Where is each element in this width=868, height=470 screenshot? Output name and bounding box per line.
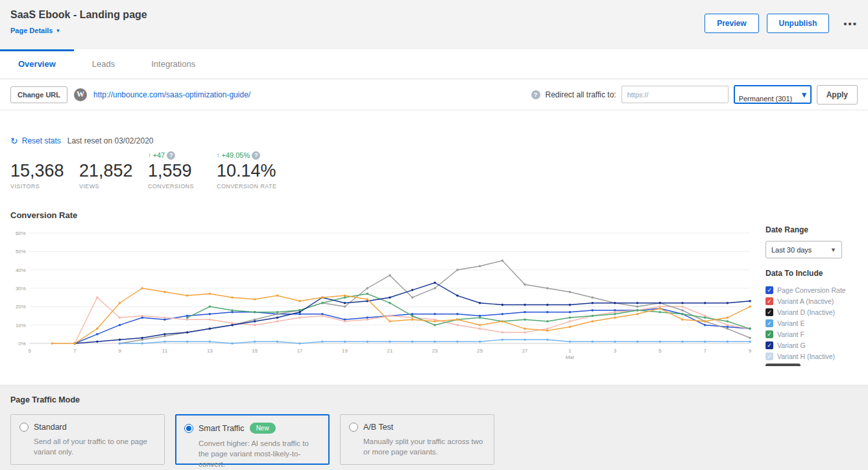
- traffic-mode-card-smart-traffic[interactable]: Smart TrafficNewConvert higher: AI sends…: [175, 414, 330, 465]
- legend-checkbox[interactable]: ✓: [766, 286, 773, 294]
- legend-item-partial[interactable]: [766, 362, 858, 366]
- stat-views: 21,852VIEWS: [79, 149, 148, 190]
- date-range-select[interactable]: Last 30 days ▼: [766, 241, 842, 258]
- svg-text:27: 27: [522, 348, 528, 354]
- radio-standard[interactable]: [19, 423, 29, 432]
- legend-checkbox[interactable]: ✓: [766, 319, 773, 327]
- stat-value: 1,559: [148, 161, 210, 181]
- svg-text:9: 9: [118, 348, 121, 354]
- stat-conversion-rate: ↑+49.05%?10.14%CONVERSION RATE: [217, 149, 285, 190]
- legend-label: Variant D (Inactive): [777, 308, 835, 316]
- svg-text:5: 5: [658, 348, 662, 354]
- help-icon[interactable]: ?: [252, 151, 260, 160]
- legend-label: Variant E: [777, 319, 804, 327]
- tab-leads[interactable]: Leads: [74, 49, 133, 79]
- legend-item-variant-g[interactable]: ✓Variant G: [766, 340, 858, 351]
- legend-checkbox[interactable]: ✓: [766, 308, 773, 316]
- svg-text:40%: 40%: [16, 267, 26, 273]
- chart-title: Conversion Rate: [10, 210, 858, 220]
- stat-visitors: 15,368VISITORS: [10, 149, 79, 190]
- radio-smart-traffic[interactable]: [184, 424, 193, 433]
- date-range-label: Date Range: [766, 225, 858, 234]
- up-arrow-icon: ↑: [148, 152, 151, 158]
- legend-checkbox[interactable]: ✓: [766, 297, 773, 305]
- stat-value: 15,368: [10, 161, 73, 181]
- legend-checkbox[interactable]: [766, 364, 801, 367]
- svg-text:20%: 20%: [16, 304, 26, 310]
- date-range-value: Last 30 days: [771, 246, 812, 254]
- svg-text:5: 5: [29, 348, 32, 354]
- legend-checkbox[interactable]: ✓: [766, 352, 773, 360]
- legend-checkbox[interactable]: ✓: [766, 330, 773, 338]
- page-details-dropdown[interactable]: Page Details ▼: [10, 27, 60, 34]
- traffic-mode-card-standard[interactable]: StandardSend all of your traffic to one …: [10, 414, 165, 465]
- tab-overview[interactable]: Overview: [0, 49, 74, 79]
- more-options-icon[interactable]: •••: [843, 18, 858, 29]
- page-header: SaaS Ebook - Landing page Page Details ▼…: [0, 0, 868, 49]
- stat-delta: [79, 149, 141, 161]
- svg-text:13: 13: [207, 348, 213, 354]
- svg-text:1: 1: [568, 348, 572, 354]
- help-icon[interactable]: ?: [531, 90, 540, 99]
- legend-item-variant-e[interactable]: ✓Variant E: [766, 317, 858, 328]
- svg-text:11: 11: [162, 348, 168, 354]
- svg-text:7: 7: [73, 348, 77, 354]
- stat-delta: [10, 149, 73, 161]
- legend-item-variant-h-inactive[interactable]: ✓Variant H (Inactive): [766, 351, 858, 362]
- svg-text:Mar: Mar: [566, 354, 575, 360]
- up-arrow-icon: ↑: [217, 152, 220, 158]
- last-reset-text: Last reset on 03/02/2020: [67, 136, 154, 145]
- redirect-controls: ? Redirect all traffic to: Permanent (30…: [531, 85, 858, 105]
- svg-text:15: 15: [252, 348, 258, 354]
- stat-label: VIEWS: [79, 183, 141, 190]
- reset-stats-link[interactable]: Reset stats: [22, 136, 61, 145]
- tab-integrations[interactable]: Integrations: [133, 49, 213, 79]
- apply-button[interactable]: Apply: [817, 85, 858, 105]
- redirect-url-input[interactable]: [621, 86, 729, 103]
- traffic-mode-description: Manually split your traffic across two o…: [363, 436, 485, 457]
- wordpress-icon: W: [74, 88, 87, 101]
- stat-label: CONVERSION RATE: [217, 183, 279, 190]
- svg-text:0%: 0%: [18, 341, 25, 347]
- svg-text:60%: 60%: [16, 230, 26, 236]
- svg-text:17: 17: [297, 348, 303, 354]
- legend-checkbox[interactable]: ✓: [766, 341, 773, 349]
- chevron-down-icon: ▾: [802, 90, 806, 99]
- svg-text:25: 25: [477, 348, 483, 354]
- reset-stats-row: ↻ Reset stats Last reset on 03/02/2020: [10, 136, 858, 145]
- stat-label: CONVERSIONS: [148, 183, 210, 190]
- redirect-type-select[interactable]: Permanent (301) ▾: [734, 85, 812, 104]
- stat-delta-value: +49.05%: [222, 151, 250, 159]
- svg-text:23: 23: [432, 348, 438, 354]
- legend-label: Variant A (Inactive): [777, 297, 834, 305]
- page-traffic-mode-title: Page Traffic Mode: [10, 395, 858, 404]
- legend-item-page-conversion-rate[interactable]: ✓Page Conversion Rate: [766, 284, 858, 295]
- svg-text:10%: 10%: [16, 323, 26, 328]
- conversion-rate-chart: 0%10%20%30%40%50%60%57911131517192123252…: [10, 225, 756, 366]
- stat-delta: ↑+49.05%?: [217, 149, 279, 161]
- reset-icon: ↻: [10, 136, 18, 145]
- radio-a-b-test[interactable]: [349, 423, 358, 432]
- svg-text:30%: 30%: [16, 286, 26, 291]
- traffic-mode-label: Standard: [34, 423, 67, 432]
- url-bar: Change URL W http://unbounce.com/saas-op…: [0, 79, 868, 110]
- unpublish-button[interactable]: Unpublish: [767, 14, 830, 33]
- traffic-mode-description: Send all of your traffic to one page var…: [34, 436, 156, 457]
- svg-text:3: 3: [614, 348, 617, 354]
- main-tabs: OverviewLeadsIntegrations: [0, 49, 868, 79]
- preview-button[interactable]: Preview: [705, 14, 758, 33]
- legend-item-variant-a-inactive[interactable]: ✓Variant A (Inactive): [766, 295, 858, 306]
- legend-list: ✓Page Conversion Rate✓Variant A (Inactiv…: [766, 284, 858, 366]
- new-badge: New: [250, 423, 276, 434]
- stats-row: 15,368VISITORS21,852VIEWS↑+47?1,559CONVE…: [10, 149, 858, 190]
- page-url-link[interactable]: http://unbounce.com/saas-optimization-gu…: [93, 90, 250, 99]
- svg-text:19: 19: [342, 348, 348, 354]
- traffic-mode-card-a-b-test[interactable]: A/B TestManually split your traffic acro…: [340, 414, 494, 465]
- svg-text:21: 21: [387, 348, 393, 354]
- legend-item-variant-d-inactive[interactable]: ✓Variant D (Inactive): [766, 306, 858, 317]
- change-url-button[interactable]: Change URL: [10, 86, 67, 103]
- traffic-mode-label: Smart Traffic: [199, 424, 245, 433]
- legend-item-variant-f[interactable]: ✓Variant F: [766, 328, 858, 340]
- traffic-mode-description: Convert higher: AI sends traffic to the …: [199, 438, 320, 469]
- help-icon[interactable]: ?: [167, 151, 175, 160]
